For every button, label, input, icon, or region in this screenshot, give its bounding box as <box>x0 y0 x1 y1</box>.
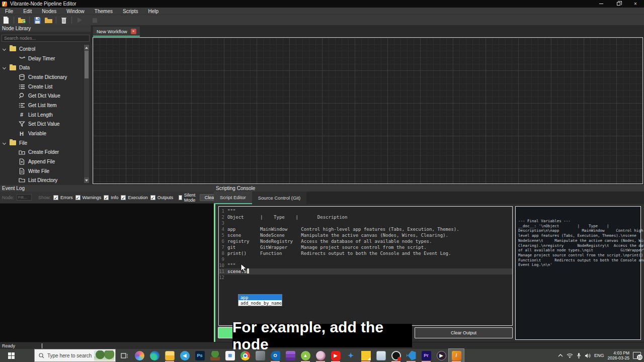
checkbox-silent-mode[interactable]: Silent Mode <box>179 193 197 203</box>
tab-close-icon[interactable]: × <box>131 29 136 34</box>
menu-file[interactable]: File <box>0 8 18 15</box>
clear-output-button[interactable]: Clear Output <box>415 327 513 338</box>
tree-item-get-list-item[interactable]: Get List Item <box>0 101 92 110</box>
menu-nodes[interactable]: Nodes <box>37 8 61 15</box>
checkbox-errors[interactable]: ✓Errors <box>53 195 73 200</box>
tree-item-write-file[interactable]: Write File <box>0 166 92 176</box>
file-explorer-icon <box>165 351 175 360</box>
taskbar-bonsai-app[interactable] <box>207 349 222 362</box>
app-logo-icon <box>2 2 7 7</box>
save-button[interactable] <box>33 16 42 24</box>
taskbar-telegram[interactable]: ◀ <box>177 349 192 362</box>
tree-scrollbar[interactable] <box>84 44 90 184</box>
checkbox-icon: ✓ <box>104 195 109 200</box>
taskbar-edge[interactable] <box>147 349 162 362</box>
microphone-icon[interactable] <box>577 352 581 358</box>
delete-button[interactable] <box>59 16 68 24</box>
notification-center-button[interactable]: 10 <box>633 352 641 359</box>
tree-item-create-folder[interactable]: Create Folder <box>0 148 92 157</box>
tab-new-workflow[interactable]: New Workflow × <box>93 27 140 37</box>
tree-item-label: Delay Timer <box>28 56 55 61</box>
minimize-button[interactable] <box>593 0 610 8</box>
open-folder-button[interactable] <box>44 16 53 24</box>
scroll-down-button[interactable] <box>84 177 89 183</box>
checkbox-execution[interactable]: ✓Execution <box>121 195 148 200</box>
tree-group-file[interactable]: File <box>0 138 92 148</box>
taskbar-pipeline-editor[interactable]: / <box>449 349 464 362</box>
tree-item-label: Get List Item <box>28 103 57 108</box>
tree-item-delay-timer[interactable]: Delay Timer <box>0 54 92 63</box>
system-tray: ENG 4:03 PM 2026-03-25 10 <box>558 349 644 362</box>
taskbar-photoshop[interactable]: Ps <box>192 349 207 362</box>
speaker-icon[interactable] <box>585 353 591 358</box>
language-indicator[interactable]: ENG <box>594 353 604 358</box>
checkbox-label: Silent Mode <box>184 193 197 203</box>
tree-item-label: Variable <box>28 131 46 136</box>
tree-item-create-list[interactable]: Create List <box>0 82 92 92</box>
folder-icon <box>10 140 16 145</box>
menu-window[interactable]: Window <box>61 8 90 15</box>
taskbar-media-player[interactable]: ▶ <box>434 349 449 362</box>
close-button[interactable]: × <box>627 0 644 8</box>
tree-item-append-file[interactable]: Append File <box>0 157 92 166</box>
menu-themes[interactable]: Themes <box>90 8 118 15</box>
open-project-icon <box>18 17 26 24</box>
open-project-button[interactable] <box>17 16 26 24</box>
menu-scripts[interactable]: Scripts <box>118 8 143 15</box>
toolbar-separator <box>14 17 14 24</box>
tree-item-get-dict-value[interactable]: Get Dict Value <box>0 91 92 101</box>
filter-input[interactable] <box>17 194 32 201</box>
wifi-icon[interactable] <box>567 353 573 358</box>
code-editor[interactable]: 1""" 2Object | Type | Description 3 4app… <box>218 206 513 326</box>
menu-edit[interactable]: Edit <box>18 8 37 15</box>
tab-script-editor[interactable]: Script Editor <box>214 192 252 204</box>
checkbox-label: Errors <box>60 195 73 200</box>
clock[interactable]: 4:03 PM 2026-03-25 <box>608 350 629 360</box>
tree-group-data[interactable]: Data <box>0 63 92 72</box>
taskbar-premiere[interactable]: Pr <box>419 349 434 362</box>
tab-label: New Workflow <box>97 29 127 34</box>
checkbox-outputs[interactable]: ✓Outputs <box>150 195 174 200</box>
new-file-button[interactable] <box>2 16 11 24</box>
checkbox-warnings[interactable]: ✓Warnings <box>75 195 102 200</box>
task-view-icon <box>121 352 128 359</box>
taskbar-file-explorer[interactable] <box>162 349 177 362</box>
autocomplete-item-app[interactable]: app <box>238 295 282 300</box>
menu-help[interactable]: Help <box>143 8 164 15</box>
tree-group-control[interactable]: Control <box>0 44 92 54</box>
tree-item-variable[interactable]: H Variable <box>0 129 92 138</box>
scrollbar-thumb[interactable] <box>85 51 89 78</box>
start-button[interactable] <box>0 349 22 362</box>
scroll-up-button[interactable] <box>84 45 89 50</box>
autocomplete-item-add-node-by-name[interactable]: add_node_by_name <box>238 300 282 306</box>
chevron-down-icon <box>3 66 6 69</box>
file-text-icon <box>18 167 25 174</box>
search-highlight-image[interactable] <box>94 350 114 361</box>
checkbox-label: Info <box>111 195 118 200</box>
tree-item-label: List Length <box>28 112 53 118</box>
run-pipeline-button[interactable] <box>75 16 84 24</box>
tray-expand-button[interactable] <box>558 353 563 357</box>
tree-item-create-dictionary[interactable]: Create Dictionary <box>0 72 92 82</box>
tree-item-set-dict-value[interactable]: Set Dict Value <box>0 120 92 129</box>
search-input[interactable] <box>2 35 90 42</box>
tree-item-label: Create Folder <box>28 149 59 155</box>
tab-source-control[interactable]: Source Control (Git) <box>252 192 306 204</box>
subtitle-caption: For example, add the node <box>232 324 412 347</box>
canvas-area: New Workflow × <box>92 25 644 185</box>
node-canvas[interactable] <box>93 37 643 184</box>
tree-item-list-directory[interactable]: List Directory <box>0 176 92 185</box>
checkbox-icon: ✓ <box>75 195 80 200</box>
checkbox-info[interactable]: ✓Info <box>104 195 118 200</box>
scripting-console-title: Scripting Console <box>214 185 644 192</box>
toolbar-separator <box>29 17 30 24</box>
restore-button[interactable] <box>610 0 627 8</box>
window-title: Vibrante-Node Pipeline Editor <box>10 1 76 7</box>
taskbar-copilot[interactable] <box>132 349 147 362</box>
stop-pipeline-button[interactable] <box>90 16 99 24</box>
tree-item-list-length[interactable]: # List Length <box>0 110 92 120</box>
app-window: Vibrante-Node Pipeline Editor × File Edi… <box>0 0 644 362</box>
current-line: 11scene.a <box>219 268 512 275</box>
task-view-button[interactable] <box>117 349 132 362</box>
taskbar-search[interactable]: Type here to search <box>34 349 116 362</box>
